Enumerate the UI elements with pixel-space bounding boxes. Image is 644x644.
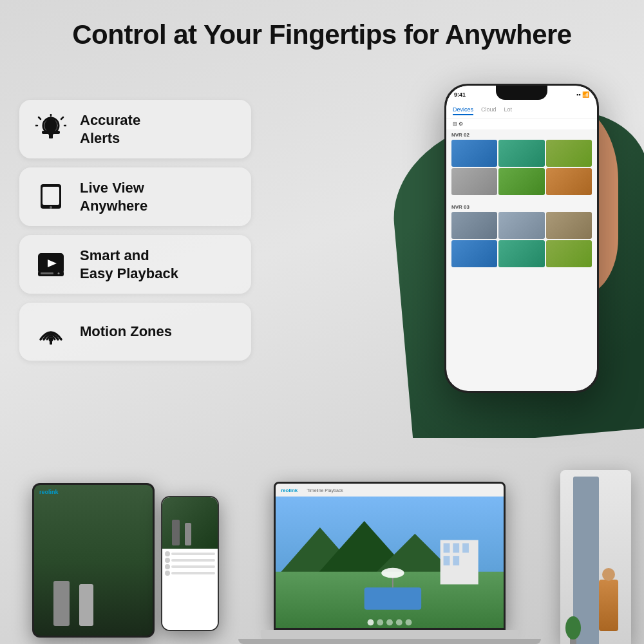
feature-accurate-alerts: Accurate Alerts	[19, 100, 251, 158]
laptop-scene-svg	[276, 497, 504, 628]
laptop-mockup: reolink Timeline Playback	[225, 482, 554, 644]
phone-section-2: NVR 03	[446, 202, 597, 274]
ctrl-dot-3	[165, 564, 170, 569]
features-list: Accurate Alerts Live View Anywhere	[19, 100, 251, 361]
phone-tab-cloud[interactable]: Cloud	[481, 106, 497, 115]
tablet-logo: reolink	[39, 489, 59, 495]
small-phone-figure-1	[172, 520, 180, 545]
phone-grid-1	[451, 140, 592, 195]
alert-icon	[33, 112, 68, 147]
small-phone-bottom	[161, 496, 219, 631]
svg-rect-12	[43, 187, 59, 205]
svg-point-36	[377, 620, 383, 626]
feature-smart-playback: Smart and Easy Playback	[19, 235, 251, 294]
ctrl-dot-4	[165, 571, 170, 576]
feature-live-view-label: Live View Anywhere	[80, 179, 147, 214]
ctrl-bar-4	[171, 572, 215, 574]
svg-rect-27	[444, 544, 450, 553]
laptop-screen-content: reolink Timeline Playback	[276, 484, 504, 628]
svg-rect-29	[462, 544, 469, 553]
grid-cell-8	[498, 212, 544, 239]
door-camera-mockup	[560, 470, 631, 644]
feature-live-view: Live View Anywhere	[19, 167, 251, 226]
ctrl-row-4	[165, 571, 215, 576]
small-phone-top	[162, 497, 218, 549]
phone-nvr-label-2: NVR 03	[451, 204, 592, 210]
phone-notch	[496, 86, 547, 100]
grid-cell-11	[498, 240, 544, 267]
header: Control at Your Fingertips for Anywhere	[0, 19, 644, 50]
laptop-main-image	[276, 497, 504, 628]
small-phone-screen	[162, 497, 218, 630]
ctrl-row-2	[165, 558, 215, 563]
feature-smart-playback-label: Smart and Easy Playback	[80, 247, 178, 282]
svg-point-13	[50, 206, 52, 209]
feature-motion-zones-label: Motion Zones	[80, 323, 172, 341]
svg-rect-28	[453, 544, 459, 553]
phone-time: 9:41	[454, 91, 466, 98]
laptop-screen: reolink Timeline Playback	[274, 482, 506, 630]
door-plant-svg	[564, 605, 583, 644]
grid-cell-12	[546, 240, 592, 267]
svg-rect-17	[41, 272, 53, 274]
play-icon	[33, 247, 68, 282]
phone-tab-lot[interactable]: Lot	[504, 106, 513, 115]
ctrl-dot-2	[165, 558, 170, 563]
svg-point-41	[565, 616, 581, 639]
laptop-base	[261, 630, 518, 639]
laptop-bottom	[238, 639, 541, 644]
ctrl-dot-1	[165, 551, 170, 556]
small-phone-controls	[162, 549, 218, 630]
phone-toolbar-text: ⊞ ⚙	[453, 121, 463, 127]
tablet-screen: reolink	[34, 485, 153, 636]
laptop-top-bar: reolink Timeline Playback	[276, 484, 504, 497]
grid-cell-10	[451, 240, 497, 267]
svg-point-34	[381, 568, 404, 578]
phone-section-1: NVR 02	[446, 129, 597, 202]
grid-cell-9	[546, 212, 592, 239]
svg-point-10	[49, 133, 53, 137]
grid-cell-5	[498, 168, 544, 195]
tablet-mockup: reolink	[32, 483, 155, 638]
phone-mockup: 9:41 ▪▪ 📶 Devices Cloud Lot ⊞ ⚙ NVR 02	[444, 84, 599, 393]
phone-nvr-label-1: NVR 02	[451, 132, 592, 138]
phone-nav-tabs: Devices Cloud Lot	[446, 104, 597, 118]
grid-cell-2	[498, 140, 544, 167]
grid-cell-7	[451, 212, 497, 239]
phone-toolbar: ⊞ ⚙	[446, 118, 597, 129]
phone-icons: ▪▪ 📶	[576, 91, 589, 98]
svg-point-37	[386, 620, 393, 626]
tablet-icon	[33, 180, 68, 214]
feature-motion-zones: Motion Zones	[19, 303, 251, 361]
motion-icon	[33, 314, 68, 349]
svg-rect-32	[365, 587, 422, 609]
grid-cell-6	[546, 168, 592, 195]
svg-rect-20	[50, 341, 52, 345]
laptop-nav: Timeline Playback	[307, 488, 343, 493]
svg-rect-31	[453, 556, 459, 565]
ctrl-row-3	[165, 564, 215, 569]
phone-grid-2	[451, 212, 592, 267]
door-person-head	[602, 568, 615, 581]
grid-cell-4	[451, 168, 497, 195]
svg-point-35	[368, 620, 374, 626]
feature-accurate-alerts-label: Accurate Alerts	[80, 111, 140, 147]
page-title: Control at Your Fingertips for Anywhere	[0, 19, 644, 50]
tablet-figure-1	[53, 581, 70, 626]
svg-rect-30	[444, 556, 450, 565]
tablet-scene: reolink	[34, 485, 153, 636]
svg-line-3	[39, 117, 41, 119]
laptop-logo: reolink	[281, 488, 298, 493]
phone-container: 9:41 ▪▪ 📶 Devices Cloud Lot ⊞ ⚙ NVR 02	[438, 84, 605, 393]
ctrl-row-1	[165, 551, 215, 556]
small-phone-figure-2	[185, 523, 191, 545]
tablet-figure-2	[79, 584, 93, 626]
svg-line-4	[61, 117, 63, 119]
grid-cell-1	[451, 140, 497, 167]
svg-point-7	[44, 118, 57, 133]
svg-point-38	[396, 620, 402, 626]
phone-tab-devices[interactable]: Devices	[453, 106, 473, 115]
phone-screen: 9:41 ▪▪ 📶 Devices Cloud Lot ⊞ ⚙ NVR 02	[446, 86, 597, 391]
svg-point-39	[406, 620, 412, 626]
ctrl-bar-1	[171, 553, 215, 555]
